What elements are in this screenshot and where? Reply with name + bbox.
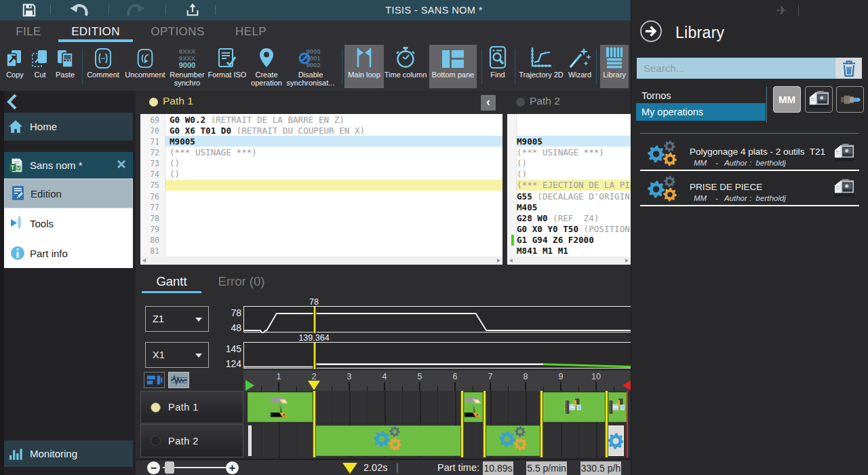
timeline-ruler[interactable]: 12345678910 — [243, 370, 631, 391]
horizontal-scrollbar[interactable] — [507, 256, 631, 265]
toolbar-button-uncomment[interactable]: Uncomment — [121, 45, 169, 88]
sidebar-item-document[interactable]: TSans nom * — [4, 152, 133, 178]
code-line: (*** USINAGE ***) — [517, 147, 604, 158]
filter-button-collet[interactable] — [836, 86, 864, 113]
sidebar-back-button[interactable] — [5, 94, 22, 110]
ruler-tick-label: 7 — [488, 372, 493, 381]
timeline-start-marker[interactable] — [245, 380, 254, 391]
sidebar-item-home[interactable]: Home — [4, 113, 133, 140]
library-tab-my-operations[interactable]: My operations — [636, 103, 766, 121]
axis-select-z1[interactable]: Z1 — [145, 306, 209, 332]
gear-blue-icon — [608, 432, 624, 450]
gantt-view-toggle[interactable] — [144, 372, 165, 388]
library-item-1[interactable]: Polygonage 4 plats - 2 outils T21MM - Au… — [637, 139, 861, 171]
tab-gantt[interactable]: Gantt — [156, 274, 186, 289]
toolbar-button-wizard[interactable]: Wizard — [564, 45, 596, 88]
timecolumn-icon — [394, 45, 417, 69]
comment-text: (*** USINAGE ***) — [517, 147, 604, 157]
signal-view-toggle[interactable] — [168, 372, 189, 388]
clear-search-button[interactable] — [835, 58, 862, 79]
toolbar-button-bottompane[interactable]: Bottom pane — [429, 45, 477, 88]
zoom-in-button[interactable]: + — [226, 461, 239, 474]
sidebar-item-edition[interactable]: Edition — [4, 178, 133, 208]
horizontal-scrollbar[interactable] — [140, 256, 502, 265]
gantt-block[interactable] — [248, 392, 313, 422]
info-icon — [8, 246, 27, 261]
zoom-slider-handle[interactable] — [165, 461, 174, 474]
toolbar-button-copy[interactable]: Copy — [1, 45, 29, 88]
axis-select-value: X1 — [153, 349, 165, 360]
toolbar-button-traj2d[interactable]: Trajectory 2D — [515, 45, 567, 88]
menu-help[interactable]: HELP — [235, 20, 267, 42]
collapse-panel-arrow-icon[interactable] — [639, 20, 663, 45]
code-area[interactable]: M9005(*** USINAGE ***)()()(*** EJECTION … — [507, 114, 631, 256]
scroll-left-arrow[interactable] — [142, 259, 146, 263]
document-file-icon: T — [4, 158, 27, 173]
timeline-cursor-marker[interactable] — [308, 381, 320, 390]
toolbar-button-library[interactable]: Library — [600, 45, 629, 88]
gantt-block[interactable] — [608, 425, 624, 456]
scroll-right-arrow[interactable] — [625, 259, 629, 263]
collapse-pane-button[interactable]: ‹ — [481, 95, 496, 111]
code-line: M841 M1 M1 — [517, 246, 568, 256]
toolbar-button-label: Trajectory 2D — [519, 71, 564, 79]
gantt-block[interactable] — [608, 392, 627, 422]
toolbar-button-timecolumn[interactable]: Time column — [383, 45, 428, 88]
formatiso-icon — [216, 45, 239, 69]
home-icon — [4, 119, 27, 134]
library-item-2[interactable]: PRISE DE PIECEMM - Author : bertholdj — [637, 174, 861, 206]
library-search-input[interactable] — [637, 58, 835, 79]
ruler-minor-tick — [296, 386, 297, 391]
signal-plot-x1 — [243, 342, 631, 368]
toolbar-button-formatiso[interactable]: Format ISO — [206, 45, 248, 88]
toolbar-button-find[interactable]: Find — [484, 45, 512, 88]
airplane-icon[interactable]: ✈ — [776, 3, 787, 18]
menu-file[interactable]: FILE — [16, 20, 41, 42]
code-line: () — [170, 158, 180, 169]
close-document-icon[interactable] — [115, 158, 127, 170]
editor-pane-1: Path 1‹69707172737475767778798081G0 W0.2… — [140, 91, 502, 265]
chevron-down-icon — [195, 318, 202, 322]
ruler-tick-label: 2 — [312, 372, 317, 381]
gantt-block[interactable] — [464, 392, 483, 422]
sidebar-item-part-info[interactable]: Part info — [4, 238, 133, 268]
code-area[interactable]: 69707172737475767778798081G0 W0.2 (RETRA… — [140, 114, 502, 256]
cursor-time-triangle — [342, 463, 357, 474]
gantt-block[interactable] — [315, 425, 461, 456]
toolbar-separator — [342, 49, 342, 84]
scroll-left-arrow[interactable] — [509, 259, 513, 263]
toolbar-button-label: Wizard — [568, 71, 591, 79]
toolbar-button-createop[interactable]: Create operation — [247, 45, 286, 88]
library-tab-tornos[interactable]: Tornos — [636, 87, 766, 104]
toolbar-button-label: Disable synchronisat... — [287, 71, 335, 87]
gantt-grid-line — [596, 424, 597, 457]
toolbar-button-paste[interactable]: Paste — [50, 45, 80, 88]
axis-min-label: 124 — [217, 358, 241, 369]
zoom-out-button[interactable]: − — [147, 461, 160, 474]
toolbar-button-disablesync[interactable]: 900090019002Disable synchronisat... — [285, 45, 336, 88]
line-number: 72 — [140, 148, 159, 157]
menu-options[interactable]: OPTIONS — [151, 20, 204, 42]
scroll-right-arrow[interactable] — [497, 259, 500, 263]
drill-tool-icon — [565, 398, 583, 416]
toolbar-button-comment[interactable]: Comment — [82, 45, 124, 88]
sidebar-item-monitoring[interactable]: Monitoring — [4, 440, 133, 467]
toolbar-button-label: Library — [603, 71, 626, 79]
filter-button-mm[interactable]: MM — [773, 86, 801, 113]
axis-select-x1[interactable]: X1 — [145, 342, 209, 368]
gantt-block[interactable] — [542, 392, 606, 422]
sidebar-item-tools[interactable]: Tools — [4, 208, 133, 238]
comment-text: (DECALAGE D'ORIGIN — [537, 191, 629, 202]
toolbar-button-mainloop[interactable]: Main loop — [344, 45, 384, 88]
filter-button-machine[interactable] — [805, 86, 833, 113]
tab-error-0-[interactable]: Error (0) — [218, 274, 265, 289]
toolbar-button-cut[interactable]: Cut — [28, 45, 52, 88]
sidebar-item-label: Monitoring — [27, 448, 77, 459]
bottom-pane: GanttError (0)Z1784878X1145124139.364123… — [136, 265, 631, 475]
gantt-block[interactable] — [486, 425, 540, 456]
gears-icon — [498, 425, 528, 455]
toolbar-button-renumber[interactable]: 9XXX9XXX9000Renumber synchro — [167, 45, 208, 88]
operation-subtitle: MM - Author : bertholdj — [694, 194, 786, 202]
ruler-major-tick — [454, 382, 456, 391]
gantt-block[interactable] — [248, 425, 252, 456]
